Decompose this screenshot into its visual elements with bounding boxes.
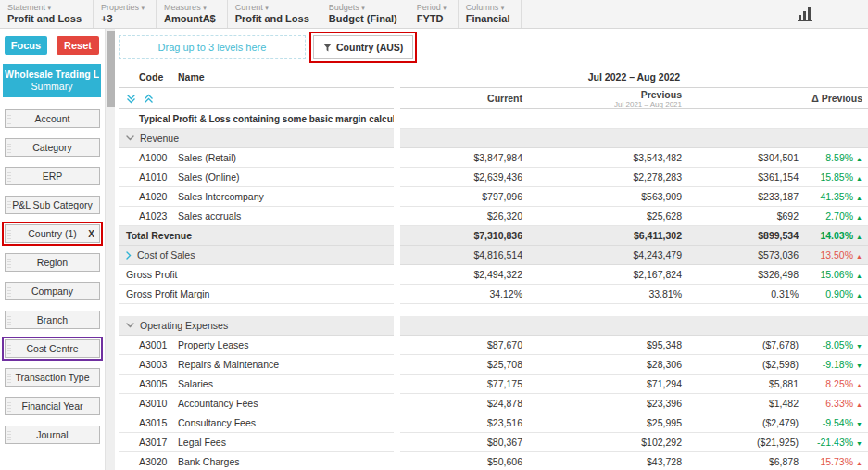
sidebar-item-financial-year[interactable]: Financial Year: [5, 397, 100, 415]
column-header-code[interactable]: Code: [139, 71, 178, 83]
toolbar-item-columns[interactable]: Columns ▾Financial: [459, 0, 522, 28]
delta-value: $304,501: [689, 152, 806, 163]
toolbar-item-current[interactable]: Current ▾Profit and Loss: [228, 0, 321, 28]
sidebar-item-journal[interactable]: Journal: [5, 426, 100, 444]
table-row-a3003-repairs-maintenance[interactable]: A3003Repairs & Maintenance$25,708$28,306…: [119, 355, 868, 375]
chart-view-button[interactable]: [798, 0, 868, 28]
table-row-total-revenue[interactable]: Total Revenue$7,310,836$6,411,302$899,53…: [119, 226, 868, 246]
delta-percent: 13.50%▲: [806, 249, 868, 260]
levels-bar: Drag up to 3 levels here Country (AUS): [119, 35, 413, 59]
account-code: A3010: [139, 398, 178, 409]
sidebar-item-erp[interactable]: ERP: [5, 167, 100, 185]
table-row-a3020-bank-charges[interactable]: A3020Bank Charges$50,606$43,728$6,87815.…: [119, 452, 868, 470]
delta-percent: 41.35%▲: [806, 191, 868, 202]
delta-percent: 15.73%▲: [806, 456, 868, 467]
sidebar-item-country-1[interactable]: Country (1)X: [5, 224, 100, 243]
toolbar-item-budgets[interactable]: Budgets ▾Budget (Final): [321, 0, 409, 28]
reset-button[interactable]: Reset: [57, 36, 99, 55]
sidebar-item-category[interactable]: Category: [5, 138, 100, 157]
account-name: Legal Fees: [178, 437, 226, 448]
sidebar-item-company[interactable]: Company: [5, 282, 100, 300]
column-header-previous[interactable]: Previous: [641, 89, 682, 100]
column-header-current[interactable]: Current: [400, 93, 530, 104]
panel-gutter: [394, 226, 400, 246]
table-row-cost-of-sales[interactable]: Cost of Sales$4,816,514$4,243,479$573,03…: [119, 246, 868, 265]
current-value: $7,310,836: [400, 230, 530, 241]
sidebar-item-cost-centre[interactable]: Cost Centre: [5, 339, 100, 358]
panel-gutter: [394, 452, 400, 470]
delta-value: $361,154: [689, 171, 806, 183]
table-row-a3017-legal-fees[interactable]: A3017Legal Fees$80,367$102,292($21,925)-…: [119, 433, 868, 452]
sidebar-item-p-l-sub-category[interactable]: P&L Sub Category: [5, 196, 100, 214]
focus-button[interactable]: Focus: [5, 36, 47, 55]
drag-handle-icon: [7, 114, 11, 125]
delta-percent: -9.54%▼: [806, 417, 868, 428]
remove-filter-button[interactable]: X: [88, 229, 94, 239]
table-row-a1010-sales-online[interactable]: A1010Sales (Online)$2,639,436$2,278,283$…: [119, 168, 868, 187]
selection-title: Wholesale Trading L...: [5, 69, 99, 81]
drag-handle-icon: [7, 401, 11, 413]
panel-gutter: [394, 187, 400, 207]
sidebar-item-account[interactable]: Account: [5, 109, 100, 128]
previous-period-sublabel: Jul 2021 – Aug 2021: [614, 100, 682, 108]
sidebar-item-transaction-type[interactable]: Transaction Type: [5, 368, 100, 387]
sidebar-item-branch[interactable]: Branch: [5, 311, 100, 329]
table-row-gross-profit-margin[interactable]: Gross Profit Margin34.12%33.81%0.31%0.90…: [119, 285, 868, 304]
expand-all-icon[interactable]: [126, 94, 136, 104]
sidebar: Focus Reset Wholesale Trading L... Summa…: [0, 29, 104, 470]
toolbar-item-value: FYTD: [417, 13, 447, 24]
chevron-down-icon: ▾: [203, 5, 207, 11]
triangle-up-icon: ▲: [856, 253, 862, 260]
delta-percent: 15.85%▲: [806, 171, 868, 183]
row-name: Gross Profit: [126, 269, 177, 280]
chevron-down-icon: ▾: [48, 5, 52, 11]
current-value: $26,320: [400, 210, 530, 222]
chevron-down-icon[interactable]: [126, 323, 134, 328]
current-selection[interactable]: Wholesale Trading L... Summary: [3, 64, 101, 97]
collapse-all-icon[interactable]: [144, 94, 154, 104]
chevron-right-icon[interactable]: [126, 251, 132, 260]
table-row-gross-profit[interactable]: Gross Profit$2,494,322$2,167,824$326,498…: [119, 265, 868, 285]
sidebar-item-region[interactable]: Region: [5, 253, 100, 272]
statement-description-row: Typical Profit & Loss containing some ba…: [119, 109, 868, 129]
table-row-a1000-sales-retail[interactable]: A1000Sales (Retail)$3,847,984$3,543,482$…: [119, 148, 868, 168]
table-row-a1020-sales-intercompany[interactable]: A1020Sales Intercompany$797,096$563,909$…: [119, 187, 868, 207]
scrollbar-thumb[interactable]: [107, 31, 115, 107]
account-name: Sales Intercompany: [178, 191, 264, 202]
delta-value: $5,881: [689, 378, 806, 389]
delta-value: $233,187: [689, 191, 806, 202]
triangle-up-icon: ▲: [856, 175, 862, 182]
chevron-down-icon: ▾: [265, 5, 269, 11]
panel-gutter: [394, 433, 400, 452]
toolbar-item-statement[interactable]: Statement ▾Profit and Loss: [0, 0, 94, 28]
table-row-revenue[interactable]: Revenue: [119, 129, 868, 148]
toolbar-item-properties[interactable]: Properties ▾+3: [94, 0, 157, 28]
column-header-delta-previous[interactable]: Δ Previous: [689, 93, 868, 104]
table-row-operating-expenses[interactable]: Operating Expenses: [119, 316, 868, 336]
table-row-a3015-consultancy-fees[interactable]: A3015Consultancy Fees$23,516$25,995($2,4…: [119, 413, 868, 433]
panel-gutter: [394, 88, 400, 109]
toolbar-spacer: [522, 0, 798, 28]
delta-value: $326,498: [689, 269, 806, 280]
table-row-a3010-accountancy-fees[interactable]: A3010Accountancy Fees$24,878$23,396$1,48…: [119, 394, 868, 413]
table-row-a1023-sales-accruals[interactable]: A1023Sales accruals$26,320$25,628$6922.7…: [119, 207, 868, 226]
toolbar-item-period[interactable]: Period ▾FYTD: [409, 0, 459, 28]
delta-percent: -9.18%▼: [806, 359, 868, 370]
previous-value: 33.81%: [530, 288, 689, 299]
table-header-row: Code Name Jul 2022 – Aug 2022: [119, 66, 868, 88]
panel-gutter: [394, 168, 400, 187]
level-chip-country[interactable]: Country (AUS): [313, 35, 413, 59]
chevron-down-icon[interactable]: [126, 135, 134, 141]
table-row-a3001-property-leases[interactable]: A3001Property Leases$87,670$95,348($7,67…: [119, 336, 868, 355]
toolbar-item-value: Financial: [466, 13, 510, 24]
toolbar-item-measures[interactable]: Measures ▾AmountA$: [157, 0, 228, 28]
level-dropzone[interactable]: Drag up to 3 levels here: [119, 35, 306, 59]
column-header-name[interactable]: Name: [178, 71, 205, 83]
drag-handle-icon: [7, 430, 11, 441]
section-name: Operating Expenses: [140, 320, 228, 331]
main-vertical-scrollbar[interactable]: [105, 29, 115, 470]
triangle-up-icon: ▲: [856, 156, 862, 162]
current-value: $2,639,436: [400, 171, 530, 183]
account-code: A1023: [139, 210, 178, 222]
table-row-a3005-salaries[interactable]: A3005Salaries$77,175$71,294$5,8818.25%▲: [119, 375, 868, 394]
